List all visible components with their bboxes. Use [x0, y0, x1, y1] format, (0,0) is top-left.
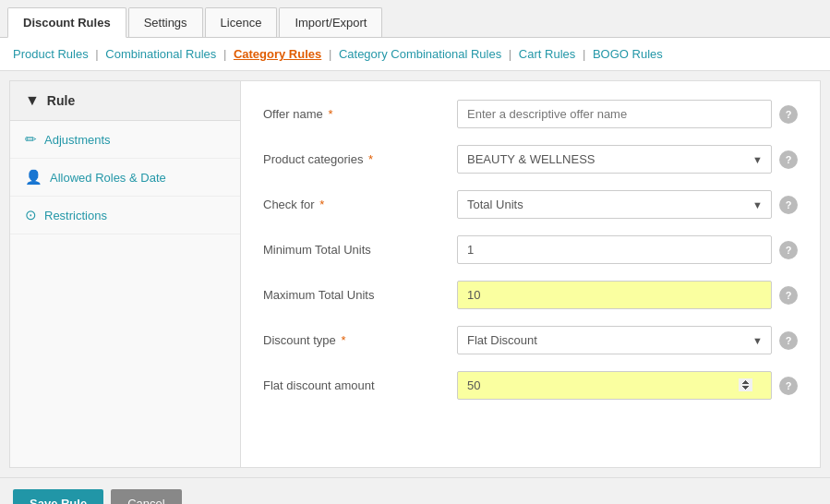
- form-row-min-units: Minimum Total Units ?: [263, 235, 798, 264]
- label-offer-name: Offer name *: [263, 107, 457, 121]
- label-flat-discount: Flat discount amount: [263, 378, 457, 392]
- tab-licence[interactable]: Licence: [205, 7, 278, 37]
- input-max-units[interactable]: [457, 281, 772, 309]
- input-min-units[interactable]: [457, 235, 772, 264]
- form-area: Offer name * ? Product categories * BEAU…: [241, 81, 820, 467]
- label-product-categories: Product categories *: [263, 152, 457, 166]
- sidebar-item-label-allowed-roles: Allowed Roles & Date: [50, 171, 166, 185]
- select-discount-type[interactable]: Flat Discount Percentage Discount Fixed …: [457, 326, 772, 354]
- footer: Save Rule Cancel: [0, 477, 830, 504]
- input-flat-discount-amount[interactable]: [457, 371, 772, 400]
- form-row-flat-discount: Flat discount amount ?: [263, 371, 798, 400]
- select-product-categories[interactable]: BEAUTY & WELLNESS: [457, 145, 772, 174]
- label-max-units: Maximum Total Units: [263, 288, 457, 302]
- sub-nav: Product Rules | Combinational Rules | Ca…: [0, 38, 830, 71]
- circle-check-icon: ⊙: [25, 207, 37, 223]
- help-icon-discount-type[interactable]: ?: [779, 331, 798, 350]
- pencil-icon: ✏: [25, 131, 37, 148]
- input-offer-name[interactable]: [457, 100, 772, 128]
- tab-import-export[interactable]: Import/Export: [279, 7, 382, 37]
- main-content: ▼ Rule ✏ Adjustments 👤 Allowed Roles & D…: [9, 80, 821, 468]
- select-check-for[interactable]: Total Units Total Price: [457, 190, 772, 219]
- sidebar-item-adjustments[interactable]: ✏ Adjustments: [10, 121, 240, 159]
- sidebar-title: Rule: [47, 93, 75, 108]
- tab-discount-rules[interactable]: Discount Rules: [7, 7, 126, 38]
- subnav-cart-rules[interactable]: Cart Rules: [519, 47, 575, 61]
- help-icon-product-categories[interactable]: ?: [779, 150, 798, 169]
- filter-icon: ▼: [25, 92, 40, 109]
- help-icon-max-units[interactable]: ?: [779, 286, 798, 305]
- label-min-units: Minimum Total Units: [263, 243, 457, 257]
- subnav-category-combinational-rules[interactable]: Category Combinational Rules: [339, 47, 501, 61]
- form-row-max-units: Maximum Total Units ?: [263, 281, 798, 309]
- subnav-category-rules[interactable]: Category Rules: [234, 47, 321, 61]
- person-icon: 👤: [25, 169, 42, 186]
- save-rule-button[interactable]: Save Rule: [13, 489, 103, 504]
- form-row-offer-name: Offer name * ?: [263, 100, 798, 128]
- label-discount-type: Discount type *: [263, 333, 457, 347]
- sidebar-item-allowed-roles[interactable]: 👤 Allowed Roles & Date: [10, 159, 240, 197]
- cancel-button[interactable]: Cancel: [111, 489, 181, 504]
- help-icon-flat-discount[interactable]: ?: [779, 377, 798, 395]
- sidebar: ▼ Rule ✏ Adjustments 👤 Allowed Roles & D…: [10, 81, 241, 467]
- form-row-product-categories: Product categories * BEAUTY & WELLNESS ▼…: [263, 145, 798, 174]
- tab-settings[interactable]: Settings: [128, 7, 203, 37]
- subnav-bogo-rules[interactable]: BOGO Rules: [593, 47, 663, 61]
- sidebar-header: ▼ Rule: [10, 81, 240, 121]
- sidebar-item-label-restrictions: Restrictions: [44, 209, 107, 222]
- top-tab-bar: Discount Rules Settings Licence Import/E…: [0, 0, 830, 38]
- help-icon-check-for[interactable]: ?: [779, 196, 798, 214]
- label-check-for: Check for *: [263, 198, 457, 211]
- form-row-check-for: Check for * Total Units Total Price ▼ ?: [263, 190, 798, 219]
- form-row-discount-type: Discount type * Flat Discount Percentage…: [263, 326, 798, 354]
- subnav-product-rules[interactable]: Product Rules: [13, 47, 89, 61]
- help-icon-min-units[interactable]: ?: [779, 241, 798, 259]
- sidebar-item-label-adjustments: Adjustments: [44, 133, 111, 147]
- subnav-combinational-rules[interactable]: Combinational Rules: [105, 47, 216, 61]
- help-icon-offer-name[interactable]: ?: [779, 105, 798, 124]
- sidebar-item-restrictions[interactable]: ⊙ Restrictions: [10, 197, 240, 234]
